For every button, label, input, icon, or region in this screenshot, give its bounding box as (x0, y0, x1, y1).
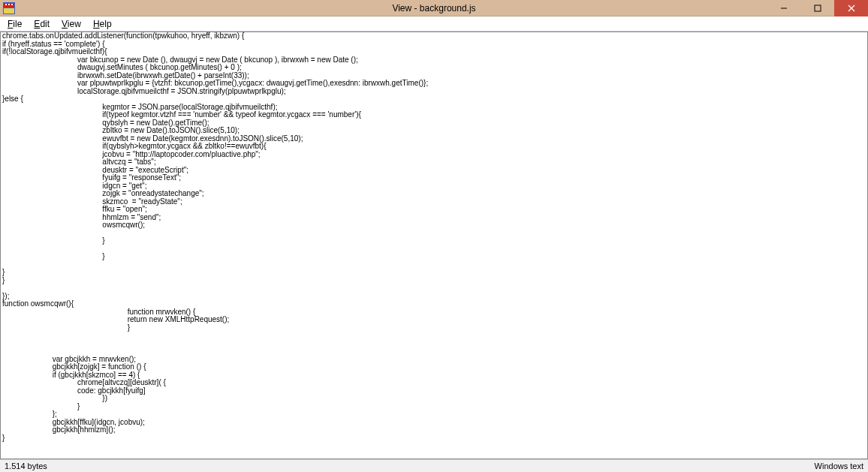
status-bytes: 1.514 bytes (5, 461, 47, 470)
menu-bar: File Edit View Help (0, 17, 868, 32)
svg-rect-4 (8, 4, 10, 5)
svg-rect-5 (11, 4, 13, 5)
close-button[interactable] (834, 0, 868, 17)
status-bar: 1.514 bytes Windows text (0, 459, 868, 472)
menu-help[interactable]: Help (87, 17, 118, 31)
svg-rect-3 (5, 4, 7, 5)
menu-view[interactable]: View (56, 17, 87, 31)
menu-edit[interactable]: Edit (28, 17, 56, 31)
app-icon (3, 2, 15, 14)
minimize-button[interactable] (767, 0, 800, 17)
maximize-button[interactable] (800, 0, 834, 17)
window-controls (767, 0, 868, 17)
svg-rect-2 (4, 8, 14, 14)
editor-area[interactable]: chrome.tabs.onUpdated.addListener(functi… (0, 32, 868, 459)
code-text: chrome.tabs.onUpdated.addListener(functi… (1, 32, 867, 442)
status-encoding: Windows text (815, 461, 863, 470)
window-title: View - background.js (392, 3, 475, 14)
menu-file[interactable]: File (2, 17, 28, 31)
svg-rect-7 (815, 5, 821, 11)
title-bar: View - background.js (0, 0, 868, 17)
